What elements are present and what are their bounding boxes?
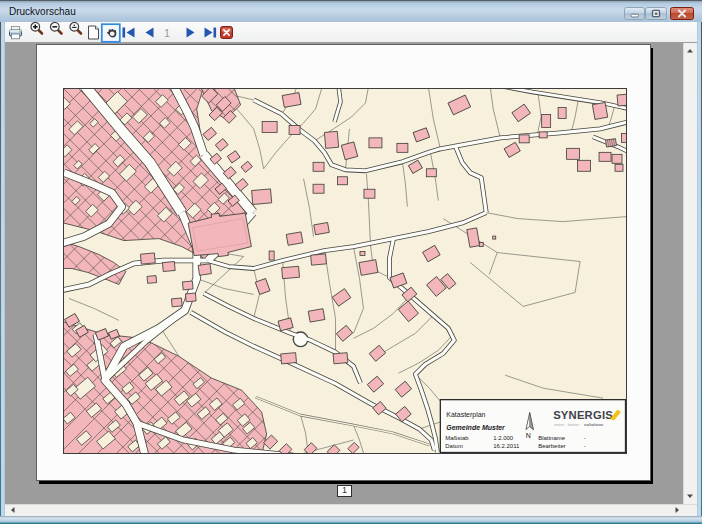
svg-text:Bearbeiter: Bearbeiter	[538, 444, 566, 450]
svg-text:N: N	[526, 432, 531, 439]
svg-text:-: -	[584, 444, 586, 450]
svg-text:1: 1	[164, 27, 170, 39]
svg-text:SYNERGIS: SYNERGIS	[553, 409, 613, 421]
svg-text:Gemeinde Muster: Gemeinde Muster	[446, 424, 506, 431]
svg-text:Blattname: Blattname	[538, 435, 566, 441]
svg-text:solutions: solutions	[584, 422, 604, 427]
svg-text:Datum: Datum	[445, 444, 463, 450]
svg-text:16.2.2011: 16.2.2011	[493, 444, 520, 450]
svg-text:Maßstab: Maßstab	[445, 435, 469, 441]
svg-text:Katasterplan: Katasterplan	[446, 411, 485, 419]
svg-text:-: -	[584, 435, 586, 441]
svg-text:more · better: more · better	[554, 422, 580, 427]
svg-text:1:2.000: 1:2.000	[493, 435, 514, 441]
